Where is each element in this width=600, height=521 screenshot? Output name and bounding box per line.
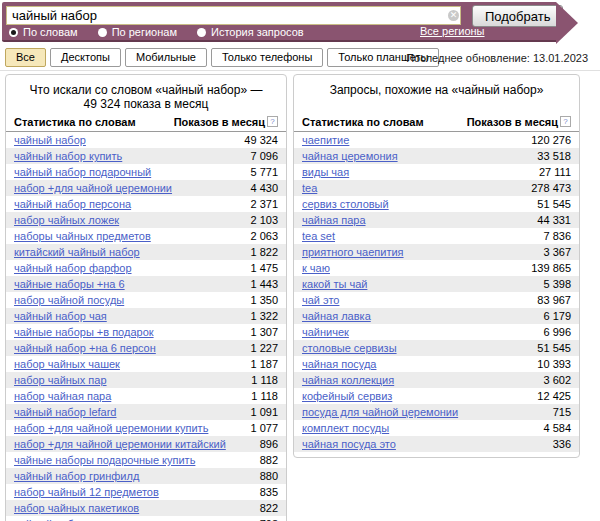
table-row: набор чайных пакетиков 822 <box>6 500 286 516</box>
search-input[interactable] <box>6 6 461 25</box>
submit-button[interactable]: Подобрать <box>472 5 563 27</box>
device-tab[interactable]: Мобильные <box>125 48 207 67</box>
keyword-link[interactable]: набор чайных пакетиков <box>14 502 145 514</box>
device-tab[interactable]: Все <box>5 48 46 67</box>
keyword-link[interactable]: чайный набор купить <box>14 150 128 162</box>
device-tab[interactable]: Десктопы <box>50 48 121 67</box>
shows-count: 1 307 <box>250 326 278 338</box>
keyword-link[interactable]: к чаю <box>302 262 336 274</box>
keyword-link[interactable]: набор +для чайной церемонии китайский <box>14 438 232 450</box>
keyword-link[interactable]: чайная лавка <box>302 310 377 322</box>
keyword-link[interactable]: чайный набор lefard <box>14 406 122 418</box>
shows-count: 51 545 <box>537 342 571 354</box>
keyword-link[interactable]: наборы чайных предметов <box>14 230 157 242</box>
keyword-link[interactable]: чайные наборы +на 6 <box>14 278 131 290</box>
table-row: чайные наборы +в подарок 1 307 <box>6 324 286 340</box>
help-icon[interactable]: ? <box>267 116 278 127</box>
keyword-link[interactable]: чайные наборы подарочные купить <box>14 454 201 466</box>
keyword-link[interactable]: набор чайных ложек <box>14 214 125 226</box>
shows-count: 120 276 <box>531 134 571 146</box>
shows-count: 7 836 <box>543 230 571 242</box>
shows-count: 5 398 <box>543 278 571 290</box>
keyword-link[interactable]: набор чайная пара <box>14 390 117 402</box>
table-row: чайный набор фарфор 1 475 <box>6 260 286 276</box>
search-mode-radio[interactable]: По регионам <box>98 26 177 38</box>
table-row: чаепитие 120 276 <box>294 132 579 148</box>
shows-count: 27 111 <box>539 166 571 178</box>
keyword-link[interactable]: приятного чаепития <box>302 246 410 258</box>
divider <box>0 70 600 71</box>
shows-count: 1 443 <box>250 278 278 290</box>
keyword-link[interactable]: столовые сервизы <box>302 342 403 354</box>
table-row: набор +для чайной церемонии 4 430 <box>6 180 286 196</box>
table-row: чайная пара 44 331 <box>294 212 579 228</box>
clear-icon[interactable]: ✕ <box>448 10 459 21</box>
keyword-link[interactable]: чай это <box>302 294 345 306</box>
table-row: чайный набор купить 7 096 <box>6 148 286 164</box>
table-row: чайный набор lefard 1 091 <box>6 404 286 420</box>
panel-searched-with-word: Что искали со словом «чайный набор» — 49… <box>5 74 287 521</box>
shows-count: 1 227 <box>250 342 278 354</box>
search-mode-radio[interactable]: История запросов <box>197 26 304 38</box>
table-row: сервиз столовый 51 545 <box>294 196 579 212</box>
table-row: столовые сервизы 51 545 <box>294 340 579 356</box>
shows-count: 1 077 <box>250 422 278 434</box>
keyword-link[interactable]: чайный набор гринфилд <box>14 470 145 482</box>
keyword-link[interactable]: чайная коллекция <box>302 374 400 386</box>
keyword-link[interactable]: сервиз столовый <box>302 198 395 210</box>
keyword-link[interactable]: tea set <box>302 230 341 242</box>
keyword-link[interactable]: чайная церемония <box>302 150 404 162</box>
help-icon[interactable]: ? <box>560 116 571 127</box>
keyword-link[interactable]: чайные наборы +в подарок <box>14 326 160 338</box>
keyword-link[interactable]: китайский чайный набор <box>14 246 146 258</box>
keyword-link[interactable]: чайная посуда <box>302 358 382 370</box>
keyword-link[interactable]: чайная пара <box>302 214 372 226</box>
table-row: набор чайный 12 предметов 835 <box>6 484 286 500</box>
keyword-link[interactable]: чайный набор подарочный <box>14 166 157 178</box>
keyword-link[interactable]: набор +для чайной церемонии <box>14 182 178 194</box>
keyword-link[interactable]: чайная посуда это <box>302 438 402 450</box>
keyword-link[interactable]: виды чая <box>302 166 355 178</box>
table-row: набор чайных чашек 1 187 <box>6 356 286 372</box>
keyword-link[interactable]: комплект посуды <box>302 422 395 434</box>
keyword-link[interactable]: набор чайный 12 предметов <box>14 486 165 498</box>
table-row: кофейный сервиз 12 425 <box>294 388 579 404</box>
keyword-link[interactable]: чайничек <box>302 326 355 338</box>
search-bar-arrow <box>556 2 578 44</box>
shows-count: 3 602 <box>543 374 571 386</box>
table-row: посуда для чайной церемонии 715 <box>294 404 579 420</box>
keyword-link[interactable]: кофейный сервиз <box>302 390 398 402</box>
table-row: tea 278 473 <box>294 180 579 196</box>
keyword-link[interactable]: набор +для чайной церемонии купить <box>14 422 214 434</box>
keyword-link[interactable]: набор чайных чашек <box>14 358 126 370</box>
device-tab[interactable]: Только телефоны <box>211 48 323 67</box>
keyword-link[interactable]: набор чайных пар <box>14 374 113 386</box>
keyword-link[interactable]: посуда для чайной церемонии <box>302 406 464 418</box>
panel-title: Запросы, похожие на «чайный набор» <box>294 75 579 113</box>
keyword-link[interactable]: чайный набор фарфор <box>14 262 138 274</box>
keyword-link[interactable]: чаепитие <box>302 134 355 146</box>
all-regions-link[interactable]: Все регионы <box>420 25 485 37</box>
search-mode-radio[interactable]: По словам <box>9 26 78 38</box>
keyword-link[interactable]: чайный набор персона <box>14 198 137 210</box>
table-row: чайная церемония 33 518 <box>294 148 579 164</box>
shows-count: 139 865 <box>531 262 571 274</box>
table-row: приятного чаепития 3 367 <box>294 244 579 260</box>
shows-count: 5 771 <box>250 166 278 178</box>
keyword-link[interactable]: чайный набор чая <box>14 310 113 322</box>
keyword-link[interactable]: tea <box>302 182 323 194</box>
shows-count: 1 118 <box>251 390 278 402</box>
table-row: к чаю 139 865 <box>294 260 579 276</box>
search-mode-radios: По словам По регионам История запросов <box>9 26 304 38</box>
keyword-link[interactable]: какой ты чай <box>302 278 373 290</box>
keyword-link[interactable]: чайный набор +на 6 персон <box>14 342 162 354</box>
table-row: набор +для чайной церемонии купить 1 077 <box>6 420 286 436</box>
shows-count: 1 475 <box>250 262 278 274</box>
table-row: китайский чайный набор 1 822 <box>6 244 286 260</box>
shows-count: 822 <box>260 502 278 514</box>
table-row: чайный набор персона 2 371 <box>6 196 286 212</box>
col-words-label: Статистика по словам <box>302 116 424 128</box>
keyword-link[interactable]: чайный набор <box>14 134 92 146</box>
col-shows-label: Показов в месяц? <box>467 116 571 128</box>
keyword-link[interactable]: набор чайной посуды <box>14 294 130 306</box>
